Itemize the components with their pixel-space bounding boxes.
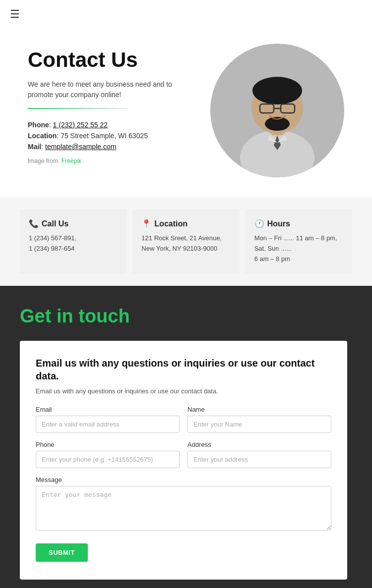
hero-divider [28, 108, 127, 109]
form-row-email-name: Email Name [36, 406, 331, 433]
card-hours-text: Mon – Fri ...... 11 am – 8 pm, Sat, Sun … [254, 233, 343, 264]
call-icon: 📞 [29, 219, 39, 228]
contact-form: Email Name Phone Address [36, 406, 331, 562]
email-input[interactable] [36, 416, 180, 433]
form-group-email: Email [36, 406, 180, 433]
form-card-desc: Email us with any questions or inquiries… [36, 387, 331, 395]
location-info: Location: 75 Street Sample, WI 63025 [28, 132, 195, 140]
address-label: Address [187, 441, 331, 448]
form-card-title: Email us with any questions or inquiries… [36, 357, 331, 382]
name-label: Name [187, 406, 331, 413]
location-value: 75 Street Sample, WI 63025 [61, 132, 148, 140]
svg-point-4 [252, 77, 302, 105]
card-location-title: 📍 Location [141, 219, 230, 228]
card-hours-line2: 6 am – 8 pm [254, 255, 290, 263]
image-credit-text: Image from [28, 158, 58, 164]
hero-subtitle: We are here to meet any business need an… [28, 79, 195, 100]
card-location-line1: 121 Rock Sreet, 21 Avenue, New York, NY … [141, 234, 222, 252]
hamburger-icon[interactable]: ☰ [10, 8, 20, 20]
phone-info: Phone: 1 (232) 252 55 22 [28, 121, 195, 129]
form-group-message: Message [36, 476, 331, 531]
card-hours: 🕐 Hours Mon – Fri ...... 11 am – 8 pm, S… [246, 209, 352, 274]
phone-input[interactable] [36, 451, 180, 468]
location-label: Location [28, 132, 57, 140]
email-label: Email [36, 406, 180, 413]
phone-link[interactable]: 1 (232) 252 55 22 [53, 121, 108, 129]
hero-text: Contact Us We are here to meet any busin… [28, 44, 210, 164]
card-call-text: 1 (234) 567-891, 1 (234) 987-654 [29, 233, 118, 254]
card-call-title: 📞 Call Us [29, 219, 118, 228]
card-location-text: 121 Rock Sreet, 21 Avenue, New York, NY … [141, 233, 230, 254]
card-call-line2: 1 (234) 987-654 [29, 245, 75, 252]
form-group-address: Address [187, 441, 331, 468]
mail-link[interactable]: template@sample.com [45, 143, 116, 151]
card-call-us: 📞 Call Us 1 (234) 567-891, 1 (234) 987-6… [20, 209, 126, 274]
form-card: Email us with any questions or inquiries… [20, 341, 347, 580]
get-in-touch-heading: Get in touch [20, 306, 352, 327]
name-input[interactable] [187, 416, 331, 433]
message-label: Message [36, 476, 331, 483]
hero-section: Contact Us We are here to meet any busin… [0, 29, 372, 197]
hero-image [210, 44, 344, 177]
card-location: 📍 Location 121 Rock Sreet, 21 Avenue, Ne… [132, 209, 239, 274]
hero-title: Contact Us [28, 49, 195, 71]
address-input[interactable] [187, 451, 331, 468]
form-row-phone-address: Phone Address [36, 441, 331, 468]
message-textarea[interactable] [36, 486, 331, 531]
card-call-line1: 1 (234) 567-891, [29, 234, 76, 242]
info-cards-section: 📞 Call Us 1 (234) 567-891, 1 (234) 987-6… [0, 197, 372, 286]
submit-button[interactable]: SUBMIT [36, 543, 88, 562]
location-icon: 📍 [141, 219, 151, 228]
mail-label: Mail [28, 143, 41, 151]
card-hours-line1: Mon – Fri ...... 11 am – 8 pm, Sat, Sun … [254, 234, 337, 252]
phone-field-label: Phone [36, 441, 180, 448]
card-call-label: Call Us [42, 219, 68, 228]
phone-label: Phone [28, 121, 49, 129]
get-in-touch-section: Get in touch Email us with any questions… [0, 286, 372, 588]
top-nav: ☰ [0, 0, 372, 29]
form-group-phone: Phone [36, 441, 180, 468]
image-credit: Image from Freepik [28, 158, 195, 164]
hours-icon: 🕐 [254, 219, 264, 228]
freepik-link[interactable]: Freepik [62, 158, 81, 164]
mail-info: Mail: template@sample.com [28, 143, 195, 151]
form-group-name: Name [187, 406, 331, 433]
card-location-label: Location [154, 219, 187, 228]
card-hours-title: 🕐 Hours [254, 219, 343, 228]
card-hours-label: Hours [267, 219, 290, 228]
